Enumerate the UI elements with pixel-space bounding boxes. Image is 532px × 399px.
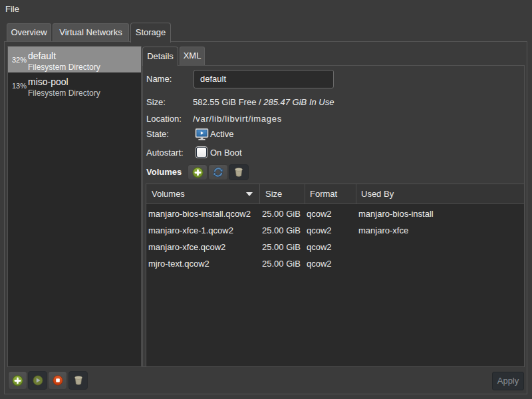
pool-name: default <box>28 50 100 62</box>
size-in-use: 285.47 GiB In Use <box>261 97 334 107</box>
volume-used-by: manjaro-xfce <box>356 222 524 239</box>
column-header-volumes[interactable]: Volumes <box>146 184 260 203</box>
stop-pool-button[interactable] <box>48 371 67 390</box>
column-header-size[interactable]: Size <box>260 184 305 203</box>
file-menu[interactable]: File <box>5 0 26 19</box>
state-value: Active <box>210 128 233 141</box>
tab-overview[interactable]: Overview <box>7 23 51 41</box>
volume-format: qcow2 <box>305 255 356 272</box>
volume-name: manjaro-xfce-1.qcow2 <box>146 222 260 239</box>
state-label: State: <box>146 128 169 141</box>
pool-row-miso-pool[interactable]: 13% miso-pool Filesystem Directory <box>8 72 141 98</box>
volume-used-by <box>356 255 524 272</box>
pool-type: Filesystem Directory <box>28 88 100 98</box>
add-icon <box>12 375 23 386</box>
volume-name: manjaro-bios-install.qcow2 <box>146 205 260 222</box>
volume-size: 25.00 GiB <box>260 205 305 222</box>
delete-pool-button[interactable] <box>68 371 88 390</box>
pool-row-default[interactable]: 32% default Filesystem Directory <box>8 47 141 72</box>
volumes-table: Volumes Size Format Used By manjaro-bios… <box>146 184 525 367</box>
volume-format: qcow2 <box>305 205 356 222</box>
size-value: 582.55 GiB Free / 285.47 GiB In Use <box>193 96 334 108</box>
pool-type: Filesystem Directory <box>28 63 100 72</box>
size-label: Size: <box>146 96 166 108</box>
start-pool-button[interactable] <box>28 371 47 390</box>
location-label: Location: <box>146 113 182 124</box>
state-running-icon <box>195 128 209 141</box>
volumes-section-title: Volumes <box>146 164 182 180</box>
volume-format: qcow2 <box>305 222 356 239</box>
sort-descending-icon <box>246 192 253 196</box>
name-input[interactable]: default <box>194 70 334 88</box>
volume-row[interactable]: manjaro-bios-install.qcow2 25.00 GiB qco… <box>146 205 524 222</box>
volumes-table-header: Volumes Size Format Used By <box>146 184 524 204</box>
volume-size: 25.00 GiB <box>260 239 305 255</box>
volume-size: 25.00 GiB <box>260 255 305 272</box>
add-pool-button[interactable] <box>8 371 27 390</box>
volume-row[interactable]: manjaro-xfce-1.qcow2 25.00 GiB qcow2 man… <box>146 222 524 239</box>
autostart-checkbox[interactable] <box>196 147 207 158</box>
trash-icon <box>73 375 84 386</box>
delete-volume-button[interactable] <box>229 164 249 180</box>
tab-details[interactable]: Details <box>142 47 178 66</box>
stop-icon <box>53 375 63 386</box>
autostart-label: Autostart: <box>146 147 184 159</box>
name-label: Name: <box>146 70 172 88</box>
add-volume-button[interactable] <box>188 164 207 180</box>
column-header-used-by[interactable]: Used By <box>356 184 524 203</box>
volume-name: manjaro-xfce.qcow2 <box>146 239 260 255</box>
volume-format: qcow2 <box>305 239 356 255</box>
location-value: /var/lib/libvirt/images <box>193 113 282 124</box>
volume-row[interactable]: manjaro-xfce.qcow2 25.00 GiB qcow2 <box>146 239 524 255</box>
pool-usage-percent: 32% <box>12 56 28 64</box>
refresh-icon <box>213 167 223 178</box>
volume-used-by: manjaro-bios-install <box>356 205 524 222</box>
volume-name: mjro-text.qcow2 <box>146 255 260 272</box>
trash-icon <box>233 167 244 178</box>
menubar: File <box>0 0 532 20</box>
volume-row[interactable]: mjro-text.qcow2 25.00 GiB qcow2 <box>146 255 524 272</box>
pool-name: miso-pool <box>28 76 100 88</box>
play-icon <box>33 375 43 386</box>
volume-used-by <box>356 239 524 255</box>
tab-storage[interactable]: Storage <box>130 23 171 43</box>
refresh-volumes-button[interactable] <box>208 164 228 180</box>
tab-xml[interactable]: XML <box>180 47 205 65</box>
add-icon <box>192 167 203 178</box>
autostart-value: On Boot <box>210 147 242 159</box>
pool-usage-percent: 13% <box>12 82 28 90</box>
apply-button[interactable]: Apply <box>492 372 524 390</box>
tab-virtual-networks[interactable]: Virtual Networks <box>53 23 129 41</box>
storage-pool-list: 32% default Filesystem Directory 13% mis… <box>7 46 142 367</box>
volume-size: 25.00 GiB <box>260 222 305 239</box>
column-header-format[interactable]: Format <box>305 184 356 203</box>
